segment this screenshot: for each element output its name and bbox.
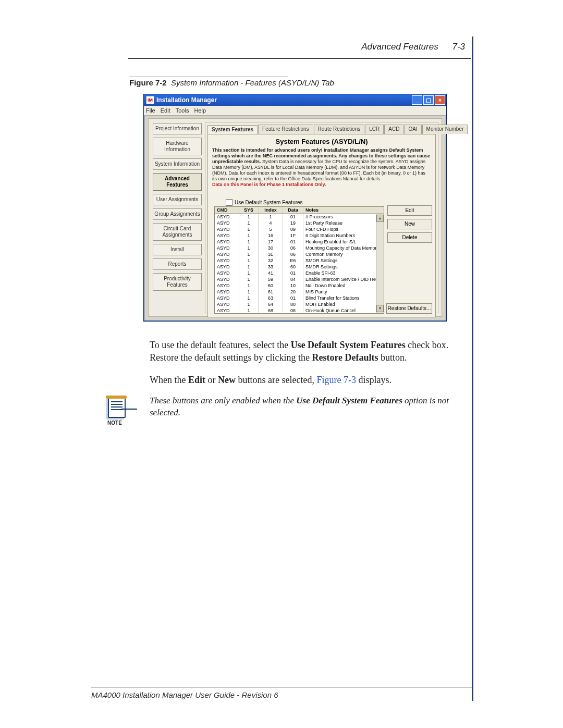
cell: 1 (239, 226, 259, 232)
cell: 17 (259, 239, 283, 245)
action-buttons: Edit New Delete (387, 205, 432, 243)
grid-body: ASYD1101# ProcessorsASYD14191st Party Re… (215, 214, 384, 313)
sidebar-item-install[interactable]: Install (153, 244, 202, 255)
table-row[interactable]: ASYD11701Hooking Enabled for S/L (215, 239, 384, 245)
cell: SMDR Settings (303, 257, 384, 264)
new-button[interactable]: New (387, 219, 432, 229)
menu-tools[interactable]: Tools (176, 107, 189, 114)
cell: 63 (259, 295, 283, 301)
cell: 06 (283, 251, 303, 257)
menubar: File Edit Tools Help (144, 106, 446, 116)
body-text: To use the default features, select the … (150, 339, 469, 396)
figure-label: Figure 7-2 (129, 78, 167, 87)
cell: Four CFD Hops (303, 226, 384, 232)
table-row[interactable]: ASYD16010Nail Down Enabled (215, 282, 384, 289)
table-row[interactable]: ASYD132E6SMDR Settings (215, 257, 384, 264)
cell: 4 (259, 220, 283, 226)
cell: 01 (283, 270, 303, 276)
header-rule (128, 58, 471, 59)
cell: ASYD (215, 270, 239, 276)
cell: 09 (283, 226, 303, 232)
sidebar-item-circuit-card-assignments[interactable]: Circuit Card Assignments (153, 223, 202, 241)
cell: ASYD (215, 257, 239, 264)
close-button[interactable]: × (435, 95, 445, 105)
cell: ASYD (215, 239, 239, 245)
sidebar-item-productivity-features[interactable]: Productivity Features (153, 273, 202, 291)
sidebar-item-project-information[interactable]: Project Information (153, 123, 202, 134)
menu-help[interactable]: Help (194, 107, 206, 114)
table-row[interactable]: ASYD14191st Party Release (215, 220, 384, 226)
tab-acd[interactable]: ACD (384, 125, 403, 134)
col-index[interactable]: Index (259, 207, 283, 213)
cell: On-Hook Queue Cancel (303, 307, 384, 313)
tab-system-features[interactable]: System Features (207, 125, 258, 134)
table-row[interactable]: ASYD15984Enable Intercom Service / DID H… (215, 276, 384, 282)
restore-defaults-button[interactable]: Restore Defaults... (386, 303, 432, 314)
sidebar-item-system-information[interactable]: System Information (153, 158, 202, 170)
table-row[interactable]: ASYD16301Blind Transfer for Stations (215, 295, 384, 301)
tab-route-restrictions[interactable]: Route Restrictions (314, 125, 365, 134)
cell: 1 (239, 270, 259, 276)
cell: ASYD (215, 264, 239, 270)
checkbox-icon[interactable] (226, 199, 232, 206)
table-row[interactable]: ASYD1161F6 Digit Station Numbers (215, 232, 384, 239)
cell: ASYD (215, 232, 239, 239)
scroll-down-icon[interactable]: ▾ (376, 305, 384, 312)
col-data[interactable]: Data (283, 207, 303, 213)
cell: # Processors (303, 214, 384, 220)
cell: ASYD (215, 251, 239, 257)
col-cmd[interactable]: CMD (215, 207, 239, 213)
window-titlebar[interactable]: IM Installation Manager _ ▢ × (144, 94, 446, 106)
sidebar-item-group-assignments[interactable]: Group Assignments (153, 208, 202, 220)
cell: ASYD (215, 226, 239, 232)
tab-feature-restrictions[interactable]: Feature Restrictions (258, 125, 313, 134)
table-row[interactable]: ASYD13360SMDR Settings (215, 264, 384, 270)
edit-button[interactable]: Edit (387, 205, 432, 216)
app-icon: IM (146, 96, 154, 104)
cell: 01 (283, 239, 303, 245)
note-icon (104, 395, 126, 417)
menu-file[interactable]: File (146, 107, 155, 114)
cell: 61 (259, 289, 283, 295)
sidebar-item-hardware-information[interactable]: Hardware Information (153, 138, 202, 155)
table-row[interactable]: ASYD1509Four CFD Hops (215, 226, 384, 232)
cell: Common Memory (303, 251, 384, 257)
delete-button[interactable]: Delete (387, 232, 432, 243)
maximize-button[interactable]: ▢ (423, 95, 434, 105)
cell: 1 (239, 257, 259, 264)
cell: ASYD (215, 307, 239, 313)
col-sys[interactable]: SYS (239, 207, 259, 213)
features-grid: CMD SYS Index Data Notes ASYD1101# Proce… (214, 206, 384, 314)
note-text: These buttons are only enabled when the … (150, 395, 464, 419)
cell: 1 (239, 214, 259, 220)
scroll-up-icon[interactable]: ▴ (376, 215, 384, 222)
table-row[interactable]: ASYD1101# Processors (215, 214, 384, 220)
col-notes[interactable]: Notes (303, 207, 384, 213)
table-row[interactable]: ASYD13006Mounting Capacity of Data Memor… (215, 245, 384, 251)
cell: 5 (259, 226, 283, 232)
tab-monitor-number[interactable]: Monitor Number (422, 125, 468, 134)
table-row[interactable]: ASYD16120MIS Parity (215, 289, 384, 295)
sidebar-item-advanced-features[interactable]: Advanced Features (153, 173, 202, 191)
minimize-button[interactable]: _ (412, 95, 422, 105)
cell: 30 (259, 245, 283, 251)
tab-oai[interactable]: OAI (404, 125, 421, 134)
table-row[interactable]: ASYD13106Common Memory (215, 251, 384, 257)
cell: 1F (283, 232, 303, 239)
menu-edit[interactable]: Edit (161, 107, 170, 114)
sidebar-item-reports[interactable]: Reports (153, 258, 202, 270)
panel-description: This section is intended for advanced us… (212, 147, 431, 188)
page-header: Advanced Features 7-3 (361, 42, 465, 52)
figure-reference-link[interactable]: Figure 7-3 (316, 375, 356, 385)
tab-lcr[interactable]: LCR (365, 125, 384, 134)
tabbar: System Features Feature Restrictions Rou… (207, 125, 436, 134)
cell: ASYD (215, 214, 239, 220)
table-row[interactable]: ASYD14101Enable SFI-63 (215, 270, 384, 276)
sidebar-item-user-assignments[interactable]: User Assignments (153, 194, 202, 205)
cell: Hooking Enabled for S/L (303, 239, 384, 245)
paragraph-2: When the Edit or New buttons are selecte… (150, 374, 469, 386)
cell: 80 (283, 301, 303, 307)
table-row[interactable]: ASYD16808On-Hook Queue Cancel (215, 307, 384, 313)
grid-scrollbar[interactable]: ▴ ▾ (376, 214, 384, 313)
table-row[interactable]: ASYD16480MOH Enabled (215, 301, 384, 307)
